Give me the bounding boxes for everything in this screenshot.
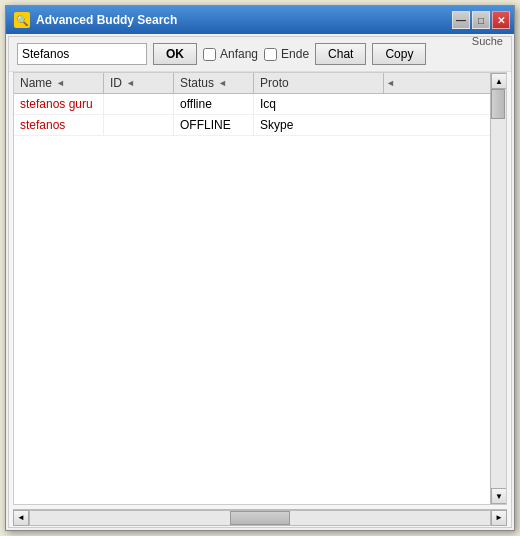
h-scroll-left-button[interactable]: ◄ — [13, 510, 29, 526]
vertical-scrollbar: ▲ ▼ — [490, 73, 506, 504]
title-bar: 🔍 Advanced Buddy Search — □ ✕ — [6, 6, 514, 34]
close-button[interactable]: ✕ — [492, 11, 510, 29]
column-header-name[interactable]: Name ◄ — [14, 73, 104, 93]
title-bar-buttons: — □ ✕ — [452, 11, 510, 29]
h-scroll-track[interactable] — [29, 510, 491, 526]
chat-button[interactable]: Chat — [315, 43, 366, 65]
cell-name-2: stefanos — [14, 115, 104, 135]
ende-label: Ende — [281, 47, 309, 61]
table-row[interactable]: stefanos guru offline Icq — [14, 94, 506, 115]
extra-sort-icon: ◄ — [386, 78, 395, 88]
anfang-checkbox-group: Anfang — [203, 47, 258, 61]
cell-proto-1: Icq — [254, 94, 506, 114]
h-scroll-thumb[interactable] — [230, 511, 290, 525]
column-header-status[interactable]: Status ◄ — [174, 73, 254, 93]
column-header-id[interactable]: ID ◄ — [104, 73, 174, 93]
ende-checkbox[interactable] — [264, 48, 277, 61]
results-table: Name ◄ ID ◄ Status ◄ Proto ◄ — [13, 72, 507, 505]
suche-label: Suche — [472, 35, 503, 47]
anfang-checkbox[interactable] — [203, 48, 216, 61]
ok-button[interactable]: OK — [153, 43, 197, 65]
scroll-thumb[interactable] — [491, 89, 505, 119]
cell-proto-2: Skype — [254, 115, 506, 135]
cell-name-1: stefanos guru — [14, 94, 104, 114]
cell-id-2 — [104, 115, 174, 135]
column-extra-sort[interactable]: ◄ — [384, 73, 506, 93]
maximize-button[interactable]: □ — [472, 11, 490, 29]
name-sort-icon: ◄ — [56, 78, 65, 88]
column-header-proto[interactable]: Proto — [254, 73, 384, 93]
window-icon: 🔍 — [14, 12, 30, 28]
title-bar-left: 🔍 Advanced Buddy Search — [14, 12, 177, 28]
main-window: 🔍 Advanced Buddy Search — □ ✕ Suche OK A… — [5, 5, 515, 531]
cell-id-1 — [104, 94, 174, 114]
status-sort-icon: ◄ — [218, 78, 227, 88]
window-title: Advanced Buddy Search — [36, 13, 177, 27]
column-proto-label: Proto — [260, 76, 289, 90]
anfang-label: Anfang — [220, 47, 258, 61]
h-scroll-right-button[interactable]: ► — [491, 510, 507, 526]
id-sort-icon: ◄ — [126, 78, 135, 88]
scroll-down-button[interactable]: ▼ — [491, 488, 507, 504]
cell-status-1: offline — [174, 94, 254, 114]
search-input[interactable] — [17, 43, 147, 65]
column-status-label: Status — [180, 76, 214, 90]
content-area: Suche OK Anfang Ende Chat Copy Name ◄ — [8, 36, 512, 528]
cell-status-2: OFFLINE — [174, 115, 254, 135]
column-name-label: Name — [20, 76, 52, 90]
column-id-label: ID — [110, 76, 122, 90]
table-header: Name ◄ ID ◄ Status ◄ Proto ◄ — [14, 73, 506, 94]
copy-button[interactable]: Copy — [372, 43, 426, 65]
scroll-track[interactable] — [491, 89, 506, 488]
horizontal-scrollbar: ◄ ► — [13, 509, 507, 525]
minimize-button[interactable]: — — [452, 11, 470, 29]
toolbar: Suche OK Anfang Ende Chat Copy — [9, 37, 511, 72]
table-row[interactable]: stefanos OFFLINE Skype — [14, 115, 506, 136]
scroll-up-button[interactable]: ▲ — [491, 73, 507, 89]
ende-checkbox-group: Ende — [264, 47, 309, 61]
table-body: stefanos guru offline Icq stefanos OFFLI… — [14, 94, 506, 504]
